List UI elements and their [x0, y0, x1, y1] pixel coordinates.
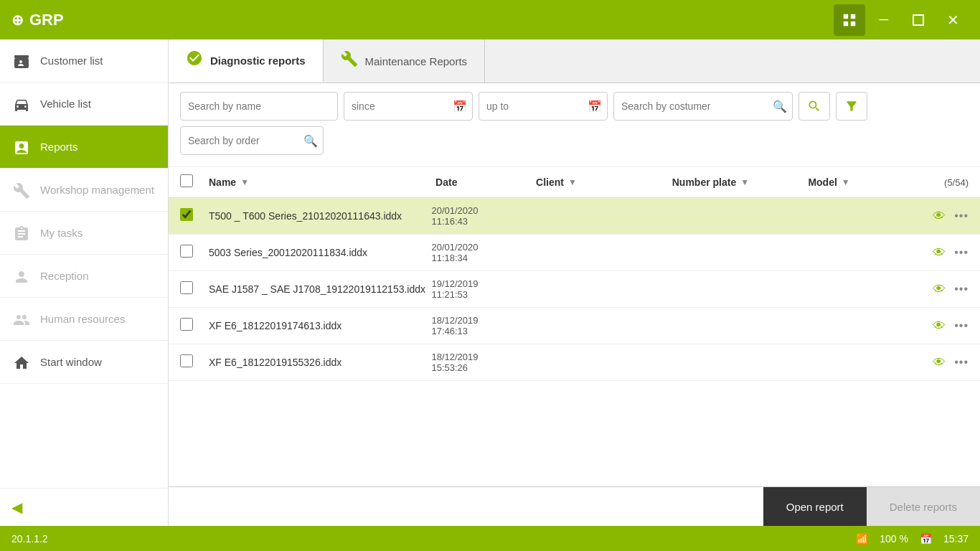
open-report-button[interactable]: Open report — [763, 487, 867, 526]
row-checkbox-cell-3 — [180, 318, 209, 334]
more-icon-4[interactable]: ••• — [954, 356, 969, 369]
logo-icon: ⊕ — [11, 11, 24, 29]
minimize-icon: ─ — [880, 12, 889, 27]
my-tasks-icon — [11, 223, 32, 242]
name-sort-icon[interactable]: ▼ — [240, 177, 249, 187]
clock-label: 15:37 — [943, 533, 969, 545]
filter-icon — [844, 99, 859, 113]
app-logo: ⊕ GRP — [11, 11, 64, 29]
row-date-1: 20/01/2020 11:18:34 — [431, 242, 532, 263]
search-row-1: 📅 📅 🔍 — [180, 92, 969, 121]
row-actions-1: 👁 ••• — [933, 245, 969, 260]
search-customer-input[interactable] — [613, 92, 793, 121]
reports-icon — [11, 137, 32, 156]
minimize-button[interactable]: ─ — [868, 4, 900, 36]
version-label: 20.1.1.2 — [11, 533, 48, 545]
tab-diagnostic-label: Diagnostic reports — [210, 55, 306, 67]
customer-list-icon — [11, 51, 32, 70]
search-button[interactable] — [798, 92, 830, 121]
table-row[interactable]: XF E6_18122019174613.iddx 18/12/2019 17:… — [169, 308, 980, 344]
table-header: Name ▼ Date Client ▼ Number plate ▼ Mode… — [169, 167, 980, 198]
model-sort-icon[interactable]: ▼ — [842, 177, 850, 187]
row-checkbox-cell-4 — [180, 354, 209, 370]
sidebar-item-reports[interactable]: Reports — [0, 126, 168, 169]
header-client: Client ▼ — [536, 176, 672, 188]
delete-reports-button[interactable]: Delete reports — [867, 487, 980, 526]
tab-maintenance-label: Maintenance Reports — [365, 55, 468, 67]
sidebar-label-customer-list: Customer list — [40, 55, 103, 67]
sidebar-label-reception: Reception — [40, 270, 89, 282]
search-since-input[interactable] — [344, 92, 473, 121]
sidebar-item-start-window[interactable]: Start window — [0, 341, 168, 384]
row-checkbox-4[interactable] — [180, 354, 193, 367]
more-icon-2[interactable]: ••• — [954, 283, 969, 296]
view-icon-0[interactable]: 👁 — [933, 209, 946, 224]
view-icon-1[interactable]: 👁 — [933, 245, 946, 260]
row-checkbox-cell-2 — [180, 281, 209, 297]
filter-button[interactable] — [836, 92, 867, 121]
view-icon-2[interactable]: 👁 — [933, 282, 946, 297]
row-checkbox-cell-1 — [180, 245, 209, 260]
row-name-0: T500 _ T600 Series_21012020111643.iddx — [209, 210, 431, 222]
sidebar-collapse-button[interactable]: ◀ — [0, 489, 168, 526]
row-checkbox-0[interactable] — [180, 208, 193, 221]
row-count: (5/54) — [944, 177, 969, 188]
grid-icon — [842, 12, 857, 28]
zoom-level: 100 % — [880, 533, 908, 545]
grid-button[interactable] — [834, 4, 865, 36]
start-window-icon — [11, 352, 32, 371]
sidebar-item-my-tasks[interactable]: My tasks — [0, 212, 168, 255]
sidebar-label-my-tasks: My tasks — [40, 227, 83, 239]
header-client-label: Client — [536, 176, 564, 188]
select-all-checkbox[interactable] — [180, 174, 193, 187]
svg-rect-2 — [844, 21, 848, 25]
sidebar-label-workshop: Workshop management — [40, 184, 154, 196]
table-row[interactable]: T500 _ T600 Series_21012020111643.iddx 2… — [169, 198, 980, 235]
view-icon-3[interactable]: 👁 — [933, 319, 946, 334]
table-row[interactable]: XF E6_18122019155326.iddx 18/12/2019 15:… — [169, 344, 980, 381]
maximize-button[interactable] — [903, 4, 934, 36]
sidebar-item-vehicle-list[interactable]: Vehicle list — [0, 83, 168, 126]
close-button[interactable]: ✕ — [937, 4, 969, 36]
header-name-label: Name — [209, 176, 236, 188]
tab-diagnostic-reports[interactable]: Diagnostic reports — [169, 39, 324, 83]
row-checkbox-2[interactable] — [180, 281, 193, 294]
client-sort-icon[interactable]: ▼ — [568, 177, 577, 187]
search-order-input[interactable] — [180, 126, 324, 155]
wifi-icon: 📶 — [856, 533, 868, 545]
search-row-2: 🔍 — [180, 126, 969, 155]
sidebar-item-reception[interactable]: Reception — [0, 255, 168, 298]
sidebar-item-workshop-management[interactable]: Workshop management — [0, 169, 168, 212]
more-icon-0[interactable]: ••• — [954, 209, 969, 222]
row-name-4: XF E6_18122019155326.iddx — [209, 357, 431, 368]
row-checkbox-1[interactable] — [180, 245, 193, 258]
search-name-input[interactable] — [180, 92, 338, 121]
row-actions-2: 👁 ••• — [933, 282, 969, 297]
sidebar-item-customer-list[interactable]: Customer list — [0, 39, 168, 83]
bottom-spacer — [169, 487, 763, 526]
more-icon-3[interactable]: ••• — [954, 319, 969, 332]
row-date-2: 19/12/2019 11:21:53 — [431, 278, 532, 300]
search-upto-input[interactable] — [479, 92, 608, 121]
search-bar: 📅 📅 🔍 🔍 — [169, 83, 980, 167]
svg-rect-0 — [844, 14, 848, 18]
tabs-bar: Diagnostic reports Maintenance Reports — [169, 39, 980, 83]
header-model-label: Model — [808, 176, 837, 188]
row-name-2: SAE J1587 _ SAE J1708_19122019112153.idd… — [209, 283, 431, 295]
search-order-wrap: 🔍 — [180, 126, 324, 155]
calendar-icon: 📅 — [920, 533, 932, 545]
top-bar: ⊕ GRP ─ ✕ — [0, 0, 980, 39]
header-plate: Number plate ▼ — [672, 176, 809, 188]
content-area: Diagnostic reports Maintenance Reports 📅 — [169, 39, 980, 526]
maximize-icon — [913, 14, 924, 26]
maintenance-icon — [341, 50, 358, 72]
table-row[interactable]: 5003 Series_20012020111834.iddx 20/01/20… — [169, 235, 980, 271]
more-icon-1[interactable]: ••• — [954, 246, 969, 259]
view-icon-4[interactable]: 👁 — [933, 355, 946, 370]
row-checkbox-3[interactable] — [180, 318, 193, 331]
tab-maintenance-reports[interactable]: Maintenance Reports — [324, 39, 486, 83]
status-right: 📶 100 % 📅 15:37 — [856, 533, 969, 545]
sidebar-item-human-resources[interactable]: Human resources — [0, 298, 168, 341]
table-row[interactable]: SAE J1587 _ SAE J1708_19122019112153.idd… — [169, 271, 980, 308]
plate-sort-icon[interactable]: ▼ — [740, 177, 749, 187]
